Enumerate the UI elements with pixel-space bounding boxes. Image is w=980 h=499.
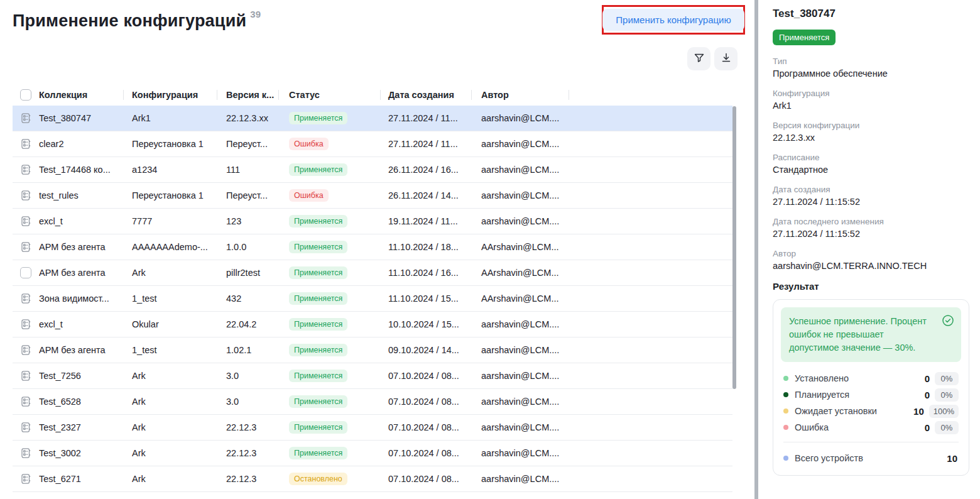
apply-configuration-button[interactable]: Применить конфигурацию bbox=[602, 9, 744, 31]
cell-version: 22.12.3.xx bbox=[217, 106, 278, 131]
cell-collection: excl_t bbox=[39, 209, 123, 234]
table-row[interactable]: АРМ без агента AAAAAAAdemo-... 1.0.0 При… bbox=[13, 234, 732, 260]
stat-percent-badge: 0% bbox=[935, 388, 959, 402]
table-row[interactable]: АРМ без агента Ark pillr2test Применяетс… bbox=[13, 260, 732, 286]
table-row[interactable]: АРМ без агента 1_test 1.02.1 Применяется… bbox=[13, 337, 732, 363]
detail-value: Стандартное bbox=[773, 165, 969, 175]
stat-label: Ошибка bbox=[795, 422, 925, 432]
table-row[interactable]: Test_7256 Ark 3.0 Применяется 07.10.2024… bbox=[13, 363, 732, 389]
table-row[interactable]: Зона видимост... 1_test 432 Применяется … bbox=[13, 286, 732, 312]
table-row[interactable]: Test_3002 Ark 22.12.3 Применяется 07.10.… bbox=[13, 441, 732, 466]
stat-row: Ошибка 0 0% bbox=[783, 419, 959, 436]
table-body: Test_380747 Ark1 22.12.3.xx Применяется … bbox=[13, 106, 732, 492]
cell-collection: Test_6271 bbox=[39, 466, 123, 491]
status-badge: Ошибка bbox=[289, 189, 329, 202]
cell-author: aarshavin@LCM.... bbox=[471, 466, 569, 491]
detail-field: Автор aarshavin@LCM.TERRA.INNO.TECH bbox=[773, 249, 969, 271]
cell-configuration: Переустановка 1 bbox=[123, 131, 217, 156]
cell-configuration: 7777 bbox=[123, 209, 217, 234]
cell-version: 1.0.0 bbox=[217, 234, 278, 260]
cell-version: 3.0 bbox=[217, 363, 278, 388]
cell-configuration: Переустановка 1 bbox=[123, 183, 217, 208]
table-header: Коллекция Конфигурация Версия к... Стату… bbox=[13, 84, 732, 106]
stat-value: 0 bbox=[925, 390, 930, 400]
result-heading: Результат bbox=[773, 281, 969, 292]
status-badge: Применяется bbox=[289, 370, 347, 383]
cell-collection: АРМ без агента bbox=[39, 337, 123, 363]
cell-configuration: Okular bbox=[123, 312, 217, 337]
collection-icon bbox=[20, 422, 31, 433]
filter-icon bbox=[694, 52, 705, 65]
cell-configuration: Ark bbox=[123, 441, 217, 466]
table-row[interactable]: Test_174468 ко... a1234 111 Применяется … bbox=[13, 157, 732, 183]
detail-value: Программное обеспечение bbox=[773, 69, 969, 79]
cell-configuration: AAAAAAAdemo-... bbox=[123, 234, 217, 260]
cell-collection: Test_174468 ко... bbox=[39, 157, 123, 182]
cell-created: 26.11.2024 / 16... bbox=[380, 157, 471, 182]
stat-dot bbox=[783, 392, 788, 397]
collection-icon bbox=[20, 241, 31, 253]
cell-collection: АРМ без агента bbox=[39, 260, 123, 285]
detail-value: 27.11.2024 / 11:15:52 bbox=[773, 229, 969, 239]
status-badge: Применяется bbox=[289, 112, 347, 125]
table-row[interactable]: Test_2327 Ark 22.12.3 Применяется 07.10.… bbox=[13, 415, 732, 441]
download-button[interactable] bbox=[714, 47, 738, 70]
cell-version: 22.12.3 bbox=[217, 441, 278, 466]
result-card: Успешное применение. Процент ошибок не п… bbox=[773, 299, 969, 476]
detail-label: Расписание bbox=[773, 153, 969, 162]
cell-created: 07.10.2024 / 08... bbox=[380, 363, 471, 388]
status-badge: Применяется bbox=[289, 344, 347, 357]
stat-value: 0 bbox=[925, 373, 930, 384]
table-row[interactable]: Test_380747 Ark1 22.12.3.xx Применяется … bbox=[13, 106, 732, 131]
table-row[interactable]: clear2 Переустановка 1 Переуст... Ошибка… bbox=[13, 131, 732, 157]
table-row[interactable]: excl_t 7777 123 Применяется 19.11.2024 /… bbox=[13, 209, 732, 234]
cell-version: 111 bbox=[217, 157, 278, 182]
status-badge: Применяется bbox=[289, 266, 347, 280]
details-title: Test_380747 bbox=[773, 8, 969, 20]
detail-field: Дата создания 27.11.2024 / 11:15:52 bbox=[773, 185, 969, 207]
cell-author: aarshavin@LCM.... bbox=[471, 389, 569, 414]
cell-collection: Test_7256 bbox=[39, 363, 123, 388]
cell-version: 22.12.3 bbox=[217, 415, 278, 440]
divider bbox=[783, 442, 959, 442]
cell-author: AArshavin@LCM... bbox=[471, 286, 569, 311]
stat-label: Планируется bbox=[795, 390, 925, 400]
table-row[interactable]: Test_6271 Ark 22.12.3 Остановлено 07.10.… bbox=[13, 466, 732, 492]
collection-icon bbox=[20, 216, 31, 227]
detail-label: Дата последнего изменения bbox=[773, 217, 969, 226]
details-status-badge: Применяется bbox=[773, 30, 836, 45]
cell-created: 11.10.2024 / 15... bbox=[380, 286, 471, 311]
cell-configuration: 1_test bbox=[123, 337, 217, 363]
column-header-configuration: Конфигурация bbox=[123, 84, 217, 106]
row-checkbox[interactable] bbox=[20, 267, 31, 278]
cell-collection: АРМ без агента bbox=[39, 234, 123, 260]
cell-author: AArshavin@LCM... bbox=[471, 234, 569, 260]
collection-icon bbox=[20, 164, 31, 175]
cell-version: 123 bbox=[217, 209, 278, 234]
table-row[interactable]: test_rules Переустановка 1 Переуст... Ош… bbox=[13, 183, 732, 209]
stat-dot bbox=[783, 425, 788, 430]
stat-row: Ожидает установки 10 100% bbox=[783, 403, 959, 419]
collection-icon bbox=[20, 473, 31, 485]
cell-author: aarshavin@LCM.... bbox=[471, 337, 569, 363]
status-badge: Ошибка bbox=[289, 138, 329, 151]
collection-icon bbox=[20, 190, 31, 201]
records-count: 39 bbox=[250, 9, 261, 19]
cell-collection: Test_6528 bbox=[39, 389, 123, 414]
filter-button[interactable] bbox=[687, 47, 710, 70]
cell-configuration: Ark1 bbox=[123, 106, 217, 131]
stat-label: Ожидает установки bbox=[795, 406, 913, 416]
table-scrollbar[interactable] bbox=[732, 106, 736, 389]
table-row[interactable]: excl_t Okular 22.04.2 Применяется 10.10.… bbox=[13, 312, 732, 337]
column-header-collection: Коллекция bbox=[39, 84, 123, 106]
details-fields: Тип Программное обеспечение Конфигурация… bbox=[773, 57, 969, 271]
cell-configuration: a1234 bbox=[123, 157, 217, 182]
column-header-version: Версия к... bbox=[217, 84, 278, 106]
stat-label: Всего устройств bbox=[795, 453, 947, 463]
stat-value: 10 bbox=[947, 453, 957, 464]
status-badge: Применяется bbox=[289, 241, 347, 254]
result-stats: Установлено 0 0% Планируется 0 0% Ожидае… bbox=[783, 370, 959, 436]
configurations-table: Коллекция Конфигурация Версия к... Стату… bbox=[13, 84, 732, 492]
table-row[interactable]: Test_6528 Ark 3.0 Применяется 07.10.2024… bbox=[13, 389, 732, 415]
select-all-checkbox[interactable] bbox=[20, 89, 31, 101]
